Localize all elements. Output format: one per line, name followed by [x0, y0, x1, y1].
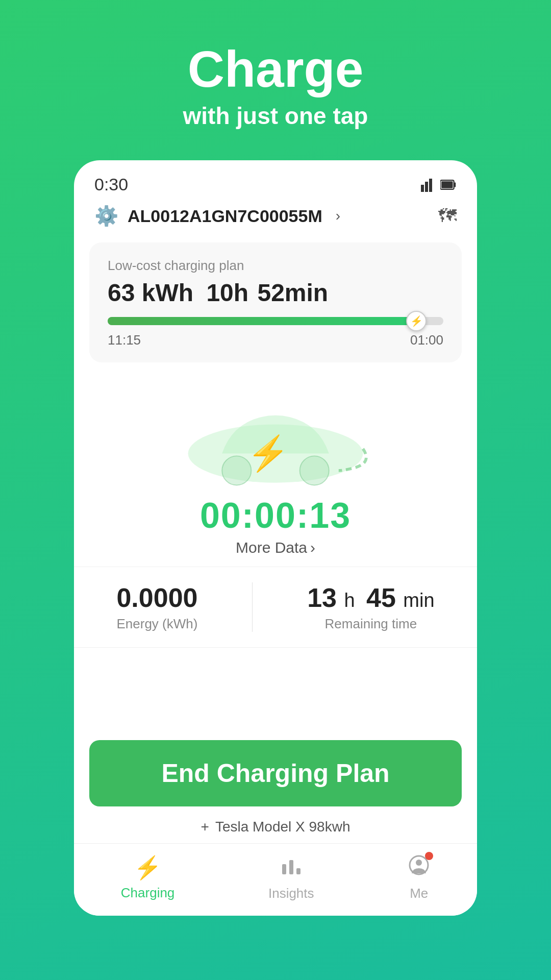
svg-rect-4	[454, 182, 456, 187]
svg-point-14	[416, 860, 422, 866]
end-charging-plan-button[interactable]: End Charging Plan	[89, 740, 462, 806]
plan-duration: 63 kWh 10h 52min	[108, 279, 443, 307]
status-bar: 0:30	[74, 160, 477, 200]
progress-times: 11:15 01:00	[108, 332, 443, 348]
svg-rect-10	[282, 864, 286, 874]
device-bar: ⚙️ AL0012A1GN7C00055M › 🗺	[74, 200, 477, 237]
charging-nav-label: Charging	[121, 885, 175, 901]
svg-rect-11	[289, 860, 293, 874]
svg-marker-2	[429, 179, 432, 192]
chevron-right-icon: ›	[336, 208, 340, 224]
main-title: Charge	[188, 41, 364, 97]
lightning-thumb-icon: ⚡	[410, 315, 423, 327]
remaining-minutes: 45	[366, 583, 396, 612]
plan-energy: 63 kWh	[108, 279, 193, 306]
car-section: ⚡ 00:00:13 More Data ›	[74, 373, 477, 567]
vehicle-name: Tesla Model X 98kwh	[215, 819, 350, 835]
device-id[interactable]: AL0012A1GN7C00055M	[128, 206, 322, 226]
svg-marker-0	[421, 185, 424, 192]
progress-thumb: ⚡	[406, 311, 427, 331]
charging-plan-card: Low-cost charging plan 63 kWh 10h 52min …	[89, 242, 462, 362]
map-icon[interactable]: 🗺	[438, 205, 457, 227]
me-nav-icon	[408, 856, 430, 881]
stats-row: 0.0000 Energy (kWh) 13 h 45 min Remainin…	[74, 567, 477, 648]
remaining-value: 13 h 45 min	[307, 582, 434, 613]
bottom-nav: ⚡ Charging Insights	[74, 843, 477, 916]
progress-bar-container: ⚡	[108, 317, 443, 325]
phone-card: 0:30 ⚙️ AL0012A1GN7C00055M › 🗺 Low-cost …	[74, 160, 477, 916]
stat-divider	[252, 582, 253, 632]
insights-nav-label: Insights	[268, 886, 314, 901]
energy-label: Energy (kWh)	[116, 616, 197, 632]
remaining-hours: 13	[307, 583, 337, 612]
status-icons	[421, 178, 457, 192]
remaining-label: Remaining time	[325, 616, 417, 632]
chevron-right-more: ›	[310, 539, 315, 556]
remaining-hours-unit: h	[344, 590, 355, 611]
progress-bar-fill	[108, 317, 416, 325]
header-subtitle: with just one tap	[183, 102, 368, 130]
charging-nav-icon: ⚡	[134, 854, 162, 881]
end-time: 01:00	[410, 332, 443, 348]
charge-timer: 00:00:13	[200, 495, 351, 536]
remaining-minutes-unit: min	[403, 590, 434, 611]
me-nav-label: Me	[410, 886, 428, 901]
plus-icon: +	[201, 819, 209, 835]
svg-rect-5	[441, 181, 453, 188]
add-vehicle-row[interactable]: + Tesla Model X 98kwh	[74, 806, 477, 843]
notification-dot	[425, 852, 433, 860]
nav-me[interactable]: Me	[387, 854, 450, 901]
nav-charging[interactable]: ⚡ Charging	[101, 854, 195, 901]
more-data-label: More Data	[236, 539, 307, 556]
car-illustration: ⚡	[173, 383, 378, 495]
plan-minutes: 52min	[257, 279, 328, 306]
spacer	[74, 663, 477, 740]
insights-nav-icon	[280, 854, 303, 881]
start-time: 11:15	[108, 332, 141, 348]
plan-label: Low-cost charging plan	[108, 258, 443, 274]
svg-point-8	[300, 456, 329, 485]
stat-remaining: 13 h 45 min Remaining time	[307, 582, 434, 632]
car-svg-container: ⚡	[173, 378, 378, 500]
status-time: 0:30	[94, 175, 128, 194]
device-left: ⚙️ AL0012A1GN7C00055M ›	[94, 205, 340, 227]
svg-rect-12	[296, 868, 300, 874]
me-icon-container	[408, 854, 430, 881]
gear-icon[interactable]: ⚙️	[94, 205, 118, 227]
battery-icon	[440, 178, 457, 192]
stat-energy: 0.0000 Energy (kWh)	[116, 582, 197, 632]
more-data-link[interactable]: More Data ›	[236, 539, 315, 556]
svg-text:⚡: ⚡	[247, 433, 290, 474]
plan-hours: 10h	[206, 279, 248, 306]
nav-insights[interactable]: Insights	[248, 854, 335, 901]
header-section: Charge with just one tap	[183, 0, 368, 130]
svg-marker-1	[425, 182, 428, 192]
energy-value: 0.0000	[116, 582, 197, 613]
signal-icon	[421, 178, 435, 192]
